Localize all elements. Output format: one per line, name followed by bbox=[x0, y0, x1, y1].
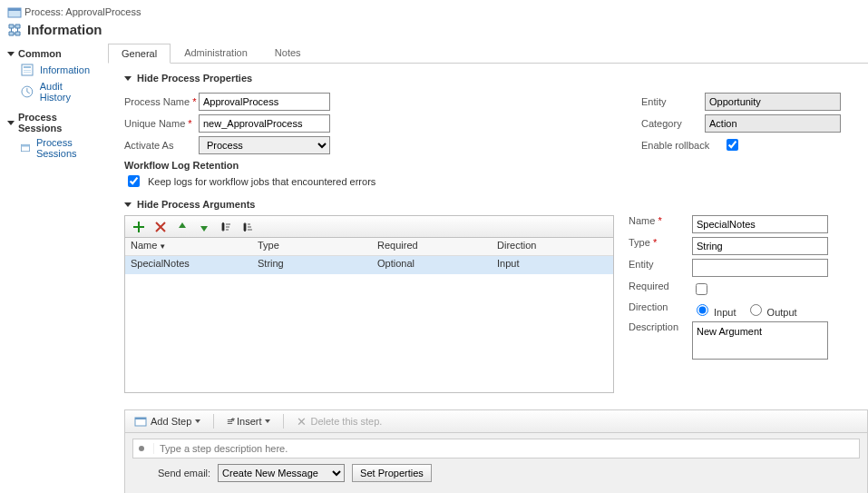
radio-input[interactable]: Input bbox=[692, 301, 736, 318]
add-step-button[interactable]: Add Step bbox=[131, 413, 204, 429]
tab-administration[interactable]: Administration bbox=[171, 43, 261, 63]
grid-empty-area bbox=[125, 274, 613, 392]
nav-item-label: Information bbox=[40, 64, 90, 75]
arg-description-textarea[interactable] bbox=[692, 321, 828, 360]
sort-desc-icon[interactable] bbox=[241, 221, 254, 233]
label-arg-required: Required bbox=[629, 281, 692, 291]
cell-name: SpecialNotes bbox=[125, 256, 252, 274]
label-activate-as: Activate As bbox=[124, 140, 199, 151]
category-readonly bbox=[705, 114, 841, 133]
process-label: Process: ApprovalProcess bbox=[24, 6, 141, 17]
form-icon bbox=[20, 63, 34, 77]
activate-as-select[interactable]: Process bbox=[199, 136, 330, 154]
insert-button[interactable]: ≡* Insert bbox=[223, 414, 274, 429]
section-arguments[interactable]: Hide Process Arguments bbox=[124, 199, 868, 210]
label-arg-entity: Entity bbox=[629, 259, 692, 270]
add-icon[interactable] bbox=[132, 221, 145, 233]
nav-item-label: Process Sessions bbox=[36, 137, 95, 159]
process-icon bbox=[7, 23, 22, 37]
svg-rect-3 bbox=[24, 66, 31, 68]
tab-strip: General Administration Notes bbox=[108, 39, 868, 64]
label-process-name: Process Name * bbox=[124, 96, 199, 107]
label-arg-description: Description bbox=[629, 321, 692, 332]
process-small-icon bbox=[7, 5, 22, 20]
chevron-down-icon bbox=[7, 121, 15, 125]
workflow-retention-heading: Workflow Log Retention bbox=[124, 160, 616, 171]
svg-rect-8 bbox=[21, 144, 29, 146]
chevron-down-icon bbox=[195, 419, 200, 423]
window-header: Process: ApprovalProcess Information bbox=[0, 0, 868, 39]
label-entity: Entity bbox=[641, 96, 705, 107]
sort-indicator-icon: ▼ bbox=[159, 242, 166, 251]
chevron-down-icon bbox=[7, 52, 15, 56]
argument-details: Name * Type * Entity Required Direction bbox=[629, 215, 868, 393]
history-icon bbox=[20, 84, 34, 99]
col-name[interactable]: Name▼ bbox=[125, 238, 252, 255]
step-row[interactable]: Type a step description here. bbox=[132, 439, 860, 458]
insert-icon: ≡* bbox=[227, 416, 233, 427]
entity-readonly bbox=[705, 93, 841, 111]
nav-item-label: Audit History bbox=[40, 81, 95, 103]
label-category: Category bbox=[641, 118, 705, 129]
argument-row[interactable]: SpecialNotes String Optional Input bbox=[125, 256, 613, 274]
chevron-down-icon bbox=[265, 419, 270, 423]
message-select[interactable]: Create New Message bbox=[218, 464, 345, 482]
set-properties-button[interactable]: Set Properties bbox=[352, 464, 432, 482]
label-arg-type: Type * bbox=[629, 237, 692, 248]
step-description-placeholder[interactable]: Type a step description here. bbox=[153, 443, 853, 454]
col-type[interactable]: Type bbox=[252, 238, 372, 255]
nav-item-information[interactable]: Information bbox=[20, 63, 95, 77]
separator bbox=[283, 414, 284, 429]
arguments-grid: Name▼ Type Required Direction SpecialNot… bbox=[124, 215, 614, 393]
steps-toolbar: Add Step ≡* Insert ✕ Delete this step. bbox=[124, 409, 868, 433]
tab-notes[interactable]: Notes bbox=[261, 43, 315, 63]
svg-rect-10 bbox=[135, 418, 146, 419]
chevron-down-icon bbox=[124, 202, 132, 207]
chevron-down-icon bbox=[124, 76, 132, 81]
unique-name-input[interactable] bbox=[199, 114, 330, 133]
bullet-icon bbox=[139, 446, 144, 451]
arg-type-input[interactable] bbox=[692, 237, 828, 255]
nav-heading-common[interactable]: Common bbox=[7, 48, 95, 59]
x-icon: ✕ bbox=[297, 415, 307, 429]
arg-name-input[interactable] bbox=[692, 215, 828, 233]
cell-direction: Input bbox=[492, 256, 613, 274]
move-up-icon[interactable] bbox=[176, 221, 189, 233]
col-required[interactable]: Required bbox=[372, 238, 492, 255]
add-step-icon bbox=[134, 415, 147, 428]
svg-rect-1 bbox=[8, 8, 21, 11]
tab-general[interactable]: General bbox=[108, 44, 171, 64]
move-down-icon[interactable] bbox=[198, 221, 210, 233]
col-direction[interactable]: Direction bbox=[492, 238, 613, 255]
label-unique-name: Unique Name * bbox=[124, 118, 199, 129]
label-arg-name: Name * bbox=[629, 215, 692, 226]
nav-item-audit-history[interactable]: Audit History bbox=[20, 81, 95, 103]
cell-required: Optional bbox=[372, 256, 492, 274]
enable-rollback-checkbox[interactable] bbox=[727, 139, 738, 151]
svg-rect-4 bbox=[24, 70, 31, 71]
steps-canvas: Type a step description here. Send email… bbox=[124, 433, 868, 493]
left-nav: Common Information Audit History Process… bbox=[0, 39, 102, 493]
nav-heading-sessions[interactable]: Process Sessions bbox=[7, 112, 95, 133]
step-action-label: Send email: bbox=[158, 468, 210, 478]
process-name-input[interactable] bbox=[199, 93, 330, 111]
arguments-toolbar bbox=[125, 216, 613, 238]
delete-icon[interactable] bbox=[154, 221, 167, 233]
keep-logs-checkbox[interactable] bbox=[128, 175, 140, 187]
arg-required-checkbox[interactable] bbox=[696, 283, 707, 295]
label-arg-direction: Direction bbox=[629, 301, 692, 312]
page-title: Information bbox=[27, 22, 102, 37]
cell-type: String bbox=[252, 256, 372, 274]
section-properties[interactable]: Hide Process Properties bbox=[124, 73, 868, 84]
separator bbox=[213, 414, 214, 429]
delete-step-button[interactable]: ✕ Delete this step. bbox=[293, 413, 385, 430]
radio-output[interactable]: Output bbox=[746, 301, 797, 318]
sort-asc-icon[interactable] bbox=[219, 221, 232, 233]
sessions-icon bbox=[20, 141, 31, 155]
svg-rect-5 bbox=[24, 72, 31, 73]
nav-item-process-sessions[interactable]: Process Sessions bbox=[20, 137, 95, 159]
label-enable-rollback: Enable rollback bbox=[641, 140, 723, 151]
keep-logs-label: Keep logs for workflow jobs that encount… bbox=[148, 176, 375, 187]
arg-entity-input[interactable] bbox=[692, 259, 828, 277]
